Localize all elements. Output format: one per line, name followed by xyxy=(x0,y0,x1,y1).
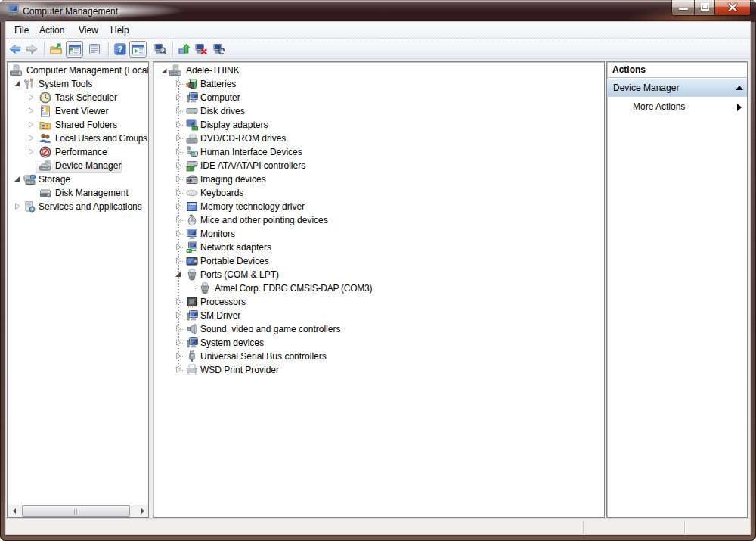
svg-text:?: ? xyxy=(117,45,122,54)
